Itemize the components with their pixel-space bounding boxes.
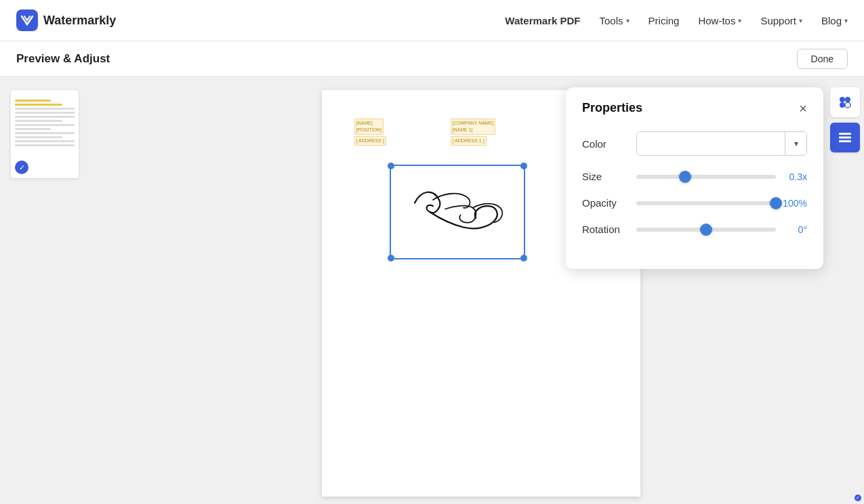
color-label: Color [582,138,636,150]
logo-icon [16,9,38,31]
rotation-slider-track[interactable] [636,228,776,232]
svg-rect-7 [839,140,851,142]
page-selected-icon: ✓ [15,161,28,174]
support-chevron-icon: ▾ [799,17,802,24]
resize-handle-bl[interactable] [388,255,394,261]
logo-text: Watermarkly [43,14,116,28]
svg-point-3 [840,102,845,108]
color-picker-wrap[interactable]: ▾ [636,131,807,156]
opacity-control: 100% [636,198,807,209]
svg-point-4 [845,102,850,108]
nav-watermark-pdf[interactable]: Watermark PDF [505,15,580,26]
header: Watermarkly Watermark PDF Tools ▾ Pricin… [0,0,864,41]
svg-point-1 [840,97,845,102]
opacity-slider-thumb[interactable] [770,197,782,209]
color-control: ▾ [636,131,807,156]
mode-icon-btn-1[interactable] [830,87,860,117]
blog-chevron-icon: ▾ [844,17,848,24]
properties-panel: Properties × Color ▾ Size 0.3 [566,87,823,269]
opacity-value: 100% [783,198,807,209]
size-row: Size 0.3x [582,171,807,182]
opacity-label: Opacity [582,197,636,209]
nav-pricing[interactable]: Pricing [649,15,680,26]
rotation-control: 0° [636,224,807,235]
resize-handle-tr[interactable] [520,163,527,169]
mode-icon-btn-2[interactable]: ✓ [830,123,860,152]
size-slider-thumb[interactable] [679,171,691,183]
page-title: Preview & Adjust [16,52,110,66]
nav-blog[interactable]: Blog ▾ [821,15,848,26]
size-control: 0.3x [636,171,807,182]
chevron-down-icon: ▾ [794,139,798,148]
size-value: 0.3x [783,171,807,182]
grid-circles-icon [838,95,852,110]
list-lines-icon [838,130,852,145]
howtos-chevron-icon: ▾ [738,17,741,24]
rotation-slider-thumb[interactable] [700,224,712,236]
opacity-row: Opacity 100% [582,197,807,209]
field-address2: [ ADDRESS 1 ] [451,136,487,146]
main-content: ✓ [NAME][POSITION] [COMPANY NAME][NAME 1… [0,77,864,504]
field-name: [NAME][POSITION] [354,119,384,135]
svg-rect-5 [839,133,851,135]
color-swatch[interactable] [637,132,785,155]
svg-rect-6 [839,137,851,139]
color-dropdown-arrow[interactable]: ▾ [785,132,806,155]
field-company: [COMPANY NAME][NAME 1] [451,119,496,135]
toolbar: Preview & Adjust Done [0,41,864,77]
resize-handle-tl[interactable] [388,163,394,169]
signature-watermark[interactable] [390,165,525,259]
panel-header: Properties × [582,101,807,115]
field-address: [ ADDRESS ] [354,136,386,146]
opacity-slider-track[interactable] [636,201,776,205]
rotation-row: Rotation 0° [582,224,807,235]
nav-support[interactable]: Support ▾ [760,15,802,26]
left-sidebar: ✓ [0,77,136,504]
size-label: Size [582,171,636,182]
logo[interactable]: Watermarkly [16,9,116,31]
tools-chevron-icon: ▾ [626,17,630,24]
signature-image [391,166,524,258]
nav-howtos[interactable]: How-tos ▾ [698,15,741,26]
svg-point-2 [845,97,850,102]
nav-tools[interactable]: Tools ▾ [600,15,630,26]
page-thumbnail[interactable]: ✓ [11,90,79,178]
rotation-label: Rotation [582,224,636,235]
size-slider-track[interactable] [636,175,776,179]
panel-title: Properties [582,101,642,115]
resize-handle-br[interactable] [520,255,527,261]
color-row: Color ▾ [582,131,807,156]
right-icon-bar: ✓ [826,77,864,504]
main-nav: Watermark PDF Tools ▾ Pricing How-tos ▾ … [505,15,848,26]
rotation-value: 0° [783,224,807,235]
done-button[interactable]: Done [797,49,848,69]
close-panel-button[interactable]: × [799,102,807,115]
